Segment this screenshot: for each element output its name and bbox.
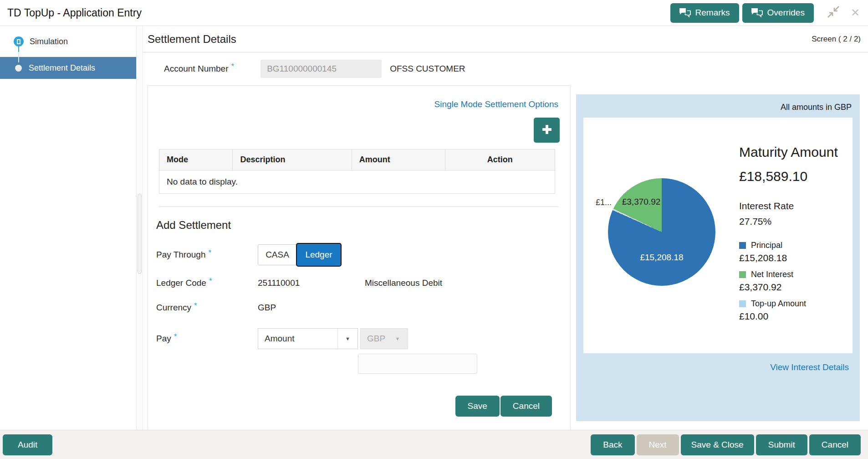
plus-icon [541, 123, 553, 137]
sidebar-item-label: Settlement Details [29, 63, 95, 73]
back-button[interactable]: Back [591, 434, 634, 455]
pie-label-net-interest: £3,370.92 [622, 197, 661, 207]
close-icon[interactable]: ✕ [851, 7, 860, 18]
legend-swatch-topup [739, 300, 746, 307]
pay-label: Pay* [156, 334, 258, 344]
sidebar-item-settlement-details[interactable]: Settlement Details [0, 57, 136, 79]
settlement-form-section: Single Mode Settlement Options Mode Desc… [148, 85, 571, 430]
pie-legend: Principal £15,208.18 Net Interest £3,370… [739, 241, 843, 322]
currency-row: Currency* GBP [156, 303, 570, 313]
footer-bar: Audit Back Next Save & Close Submit Canc… [0, 430, 868, 459]
body-columns: Single Mode Settlement Options Mode Desc… [143, 85, 868, 430]
customer-name: OFSS CUSTOMER [390, 64, 465, 74]
page-title: Settlement Details [148, 33, 236, 46]
maturity-summary-panel: All amounts in GBP £15,208.18 £3,370.92 … [576, 94, 860, 421]
amounts-note: All amounts in GBP [583, 100, 853, 118]
account-number-label: Account Number [164, 64, 229, 74]
settlement-options-row: Single Mode Settlement Options [148, 86, 570, 109]
sidebar: Simulation Settlement Details [0, 26, 137, 430]
cancel-form-button[interactable]: Cancel [500, 396, 552, 417]
ledger-code-description: Miscellaneous Debit [365, 278, 442, 288]
ledger-code-label: Ledger Code* [156, 278, 258, 288]
column-header-action: Action [445, 150, 555, 170]
vertical-scrollbar [137, 26, 143, 430]
legend-label: Net Interest [751, 270, 793, 279]
legend-swatch-principal [739, 242, 746, 249]
workspace: Simulation Settlement Details Settlement… [0, 26, 868, 430]
maturity-summary-card: £15,208.18 £3,370.92 £1... Maturity Amou… [583, 118, 853, 353]
legend-label: Principal [751, 241, 782, 250]
table-header-row: Mode Description Amount Action [159, 149, 555, 170]
maturity-details: Maturity Amount £18,589.10 Interest Rate… [739, 127, 843, 344]
footer-actions: Back Next Save & Close Submit Cancel [591, 434, 861, 455]
add-settlement-mode-button[interactable] [534, 118, 560, 143]
ledger-code-value: 251110001 [258, 278, 365, 288]
chevron-down-icon: ▼ [337, 329, 357, 349]
ledger-toggle-button[interactable]: Ledger [296, 243, 342, 267]
submit-button[interactable]: Submit [756, 434, 807, 455]
screen-indicator: Screen ( 2 / 2) [812, 35, 861, 44]
form-actions: Save Cancel [148, 396, 570, 417]
account-number-field[interactable] [260, 60, 382, 78]
required-marker: * [194, 301, 197, 310]
settlement-modes-table: Mode Description Amount Action No data t… [159, 149, 555, 194]
top-bar: TD TopUp - Application Entry Remarks Ove… [0, 0, 868, 26]
collapse-icon[interactable] [827, 6, 839, 20]
settlement-step-dot-icon [15, 65, 22, 72]
stepper-connector-line [18, 46, 19, 62]
legend-item-principal: Principal [739, 241, 843, 250]
column-header-amount: Amount [352, 150, 445, 170]
legend-item-topup: Top-up Amount [739, 299, 843, 309]
section-divider [159, 206, 558, 207]
view-interest-details-link[interactable]: View Interest Details [770, 362, 849, 372]
cancel-button[interactable]: Cancel [809, 434, 861, 455]
required-marker: * [231, 62, 235, 71]
add-row [148, 109, 570, 148]
pie-label-topup: £1... [596, 198, 612, 207]
pay-row: Pay* Amount ▼ GBP ▼ [156, 328, 570, 349]
vertical-scrollbar-thumb[interactable] [138, 194, 142, 274]
main-content: Settlement Details Screen ( 2 / 2) Accou… [143, 26, 868, 430]
top-bar-actions: Remarks Overrides ✕ [667, 3, 860, 23]
sidebar-item-label: Simulation [30, 37, 68, 46]
pay-currency-value: GBP [367, 334, 385, 344]
add-settlement-title: Add Settlement [156, 219, 570, 232]
maturity-amount-label: Maturity Amount [739, 143, 843, 161]
currency-label: Currency* [156, 303, 258, 313]
column-header-description: Description [233, 150, 352, 170]
required-marker: * [208, 248, 211, 257]
legend-item-net-interest: Net Interest [739, 270, 843, 279]
currency-value: GBP [258, 303, 276, 313]
pay-currency-select[interactable]: GBP ▼ [360, 328, 408, 349]
single-mode-settlement-options-link[interactable]: Single Mode Settlement Options [434, 99, 559, 109]
remarks-icon [679, 8, 691, 18]
table-empty-message: No data to display. [159, 170, 555, 194]
legend-swatch-net-interest [739, 271, 746, 278]
pay-amount-input[interactable] [358, 354, 477, 374]
simulation-step-icon [14, 36, 24, 46]
maturity-amount-value: £18,589.10 [739, 169, 843, 184]
overrides-button[interactable]: Overrides [742, 3, 814, 23]
column-header-mode: Mode [159, 150, 233, 170]
pay-type-value: Amount [265, 334, 294, 344]
next-button[interactable]: Next [637, 434, 679, 455]
legend-value-principal: £15,208.18 [739, 253, 843, 263]
interest-rate-value: 27.75% [739, 216, 843, 227]
account-number-row: Account Number * OFSS CUSTOMER [143, 52, 868, 85]
casa-toggle-button[interactable]: CASA [258, 244, 297, 265]
required-marker: * [209, 277, 212, 285]
pay-through-row: Pay Through* CASA Ledger [156, 242, 570, 267]
view-interest-row: View Interest Details [583, 362, 849, 372]
required-marker: * [174, 332, 177, 341]
remarks-button[interactable]: Remarks [670, 3, 739, 23]
overrides-icon [751, 8, 763, 18]
audit-button[interactable]: Audit [3, 434, 52, 455]
save-button[interactable]: Save [455, 396, 500, 417]
sidebar-item-simulation[interactable]: Simulation [0, 32, 136, 51]
legend-label: Top-up Amount [751, 299, 806, 309]
pay-type-select[interactable]: Amount ▼ [258, 328, 358, 349]
save-and-close-button[interactable]: Save & Close [681, 434, 754, 455]
pie-chart: £15,208.18 £3,370.92 £1... [608, 178, 715, 286]
interest-rate-label: Interest Rate [739, 201, 843, 211]
pie-chart-area: £15,208.18 £3,370.92 £1... [592, 127, 739, 344]
